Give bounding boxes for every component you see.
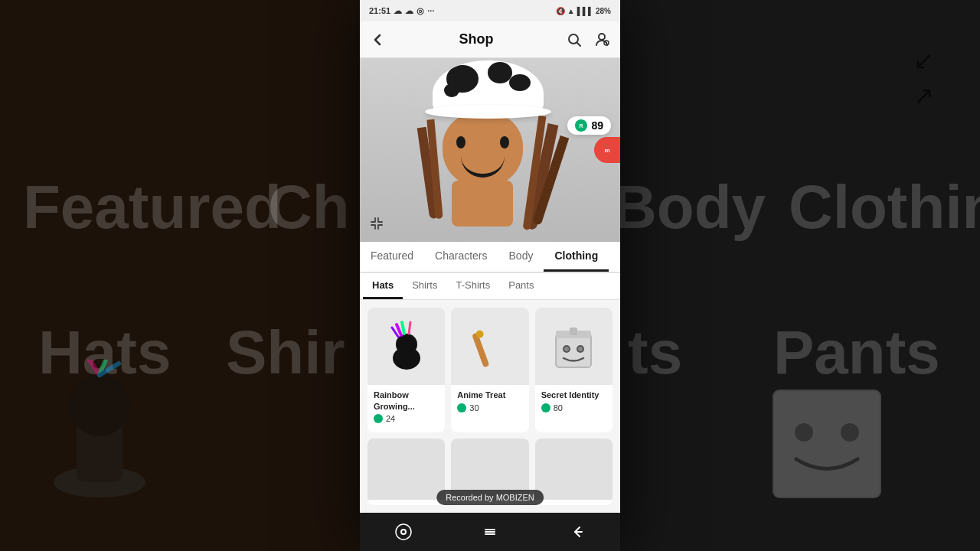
svg-rect-26 xyxy=(570,328,577,335)
signal-icon: ▌▌▌ xyxy=(577,7,593,15)
bg-item-right xyxy=(743,360,957,528)
price-icon-secret xyxy=(541,403,550,412)
svg-point-10 xyxy=(599,34,605,40)
currency-amount: 89 xyxy=(591,119,603,132)
smile xyxy=(461,156,505,178)
svg-point-7 xyxy=(795,423,813,442)
price-icon-anime xyxy=(457,403,466,412)
roblox-badge: m xyxy=(594,137,620,163)
status-right: 🔇 ▲ ▌▌▌ 28% xyxy=(556,7,611,15)
item-thumb-empty3 xyxy=(535,439,612,500)
bg-item-left xyxy=(23,360,237,528)
item-thumb-empty1 xyxy=(368,439,445,500)
bottom-nav xyxy=(360,513,620,551)
item-name-rainbow: Rainbow Growing... xyxy=(374,390,439,412)
robux-icon: R xyxy=(575,119,587,132)
svg-text:R: R xyxy=(580,123,583,129)
cloud-icon2: ☁ xyxy=(405,6,413,16)
avatar-area: R 89 xyxy=(360,58,620,242)
avatar-face xyxy=(443,112,523,188)
item-empty-3[interactable] xyxy=(535,439,612,505)
more-icon: ··· xyxy=(427,6,434,15)
svg-rect-24 xyxy=(556,334,591,367)
price-value-anime: 30 xyxy=(469,403,479,412)
svg-point-9 xyxy=(569,34,578,44)
currency-badge: R 89 xyxy=(567,116,611,135)
item-empty-1[interactable] xyxy=(368,439,445,505)
item-rainbow-growing[interactable]: Rainbow Growing... 24 xyxy=(368,308,445,432)
phone-frame: 21:51 ☁ ☁ ◎ ··· 🔇 ▲ ▌▌▌ 28% Shop xyxy=(360,0,620,551)
item-name-secret: Secret Identity xyxy=(541,390,606,400)
right-eye xyxy=(500,136,509,148)
nav-back-button[interactable] xyxy=(563,518,590,546)
nav-icons xyxy=(565,31,611,49)
compress-icon[interactable] xyxy=(369,216,384,234)
item-price-secret: 80 xyxy=(541,403,606,412)
mute-icon: 🔇 xyxy=(556,7,565,15)
svg-point-8 xyxy=(841,423,859,442)
price-value-rainbow: 24 xyxy=(386,414,395,423)
left-eye xyxy=(456,136,466,148)
svg-rect-37 xyxy=(485,533,495,535)
tab-characters[interactable]: Characters xyxy=(424,242,498,272)
price-icon-rainbow xyxy=(374,414,383,423)
tab-featured[interactable]: Featured xyxy=(360,242,424,272)
tab-body[interactable]: Body xyxy=(498,242,544,272)
nav-home-button[interactable] xyxy=(390,518,417,546)
tab-clothing[interactable]: Clothing xyxy=(544,242,609,272)
item-info-anime: Anime Treat 30 xyxy=(451,385,528,416)
item-info-secret: Secret Identity 80 xyxy=(535,385,612,416)
item-anime-treat[interactable]: Anime Treat 30 xyxy=(451,308,528,432)
svg-point-28 xyxy=(564,347,569,351)
svg-point-34 xyxy=(402,530,405,533)
svg-line-3 xyxy=(84,360,100,375)
subtab-tshirts[interactable]: T-Shirts xyxy=(446,273,499,299)
item-price-anime: 30 xyxy=(457,403,522,412)
svg-point-31 xyxy=(542,404,550,412)
item-empty-2[interactable] xyxy=(451,439,528,505)
svg-rect-35 xyxy=(485,529,495,530)
price-value-secret: 80 xyxy=(554,403,563,412)
status-left: 21:51 ☁ ☁ ◎ ··· xyxy=(369,6,434,16)
item-name-anime: Anime Treat xyxy=(457,390,522,400)
status-bar: 21:51 ☁ ☁ ◎ ··· 🔇 ▲ ▌▌▌ 28% xyxy=(360,0,620,21)
nav-menu-button[interactable] xyxy=(476,518,504,546)
search-button[interactable] xyxy=(565,31,583,49)
tab-nav: Featured Characters Body Clothing xyxy=(360,242,620,273)
item-thumb-empty2 xyxy=(451,439,528,500)
item-thumb-anime xyxy=(451,308,528,385)
subtab-hats[interactable]: Hats xyxy=(363,273,403,299)
items-grid: Rainbow Growing... 24 xyxy=(360,300,620,513)
item-secret-identity[interactable]: Secret Identity 80 xyxy=(535,308,612,432)
svg-rect-19 xyxy=(463,320,517,373)
cloud-icon1: ☁ xyxy=(394,6,402,16)
subtab-pants[interactable]: Pants xyxy=(499,273,543,299)
status-time: 21:51 xyxy=(369,6,390,15)
subtab-shirts[interactable]: Shirts xyxy=(403,273,446,299)
shop-title: Shop xyxy=(459,31,494,47)
back-button[interactable] xyxy=(369,31,387,49)
location-icon: ◎ xyxy=(416,6,424,16)
wifi-icon: ▲ xyxy=(567,7,575,15)
svg-rect-36 xyxy=(485,531,495,533)
svg-point-30 xyxy=(578,347,583,351)
svg-point-22 xyxy=(458,404,466,412)
svg-rect-6 xyxy=(773,390,880,497)
avatar-character xyxy=(413,58,567,230)
svg-point-12 xyxy=(606,42,607,44)
item-price-rainbow: 24 xyxy=(374,414,439,423)
battery-text: 28% xyxy=(596,7,611,15)
item-thumb-rainbow xyxy=(368,308,445,385)
top-nav: Shop xyxy=(360,21,620,58)
fullscreen-arrows-bg: ↙ ↗ xyxy=(913,46,934,110)
cow-hat xyxy=(425,58,551,116)
svg-point-2 xyxy=(69,375,130,436)
settings-button[interactable] xyxy=(593,31,611,49)
item-thumb-secret xyxy=(535,308,612,385)
svg-point-18 xyxy=(374,415,382,422)
item-info-rainbow: Rainbow Growing... 24 xyxy=(368,385,445,428)
sub-tab-nav: Hats Shirts T-Shirts Pants xyxy=(360,273,620,300)
